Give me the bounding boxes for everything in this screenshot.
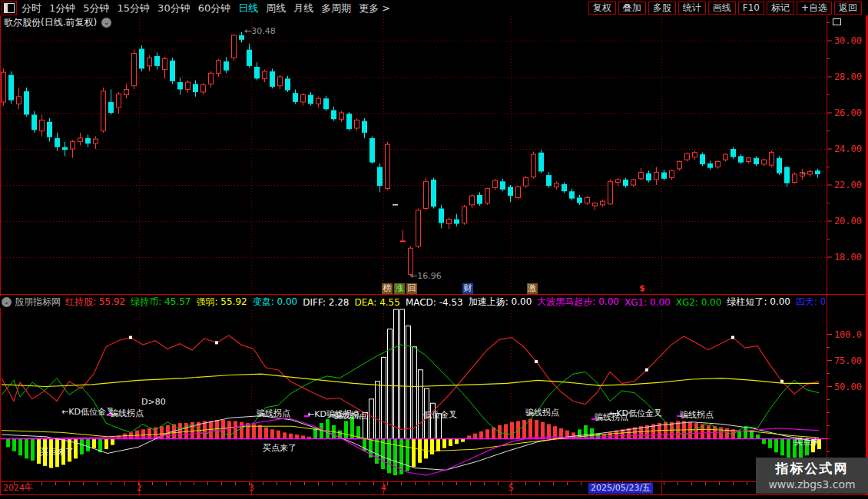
toolbar-button-多股[interactable]: 多股 — [648, 2, 676, 15]
toolbar-button-叠加[interactable]: 叠加 — [618, 2, 646, 15]
signal-label: 买点来了 — [263, 444, 297, 452]
indicator-field: 强弱: 55.92 — [196, 296, 247, 308]
signal-label: 骗线拐点 — [525, 408, 559, 417]
date-label: 2024年 — [3, 484, 33, 493]
signal-label: 骗线拐点 — [110, 409, 144, 418]
ch art-title-bar: 歌尔股份(日线.前复权) ⌄ — [4, 16, 111, 29]
signal-label: D>80 — [141, 398, 166, 406]
toolbar-button-统计[interactable]: 统计 — [678, 2, 706, 15]
watermark-badge-涨: 涨 — [394, 283, 405, 294]
toolbar-button-复权[interactable]: 复权 — [588, 2, 616, 15]
svg-text:30.00: 30.00 — [834, 35, 862, 46]
period-tab-1分钟[interactable]: 1分钟 — [49, 1, 75, 15]
svg-text:28.00: 28.00 — [834, 71, 862, 82]
indicator-field: 红持股: 55.92 — [65, 296, 125, 308]
svg-text:100.0: 100.0 — [834, 329, 862, 340]
indicator-field: 绿持币: 45.57 — [131, 296, 190, 308]
period-menu: 分时1分钟5分钟15分钟30分钟60分钟日线周线月线多周期更多 > — [22, 1, 398, 15]
panel-toggle-icon[interactable] — [833, 18, 841, 25]
toolbar-button-返回[interactable]: 返回 — [834, 2, 862, 15]
candles-layer — [2, 32, 821, 276]
date-axis: 2024年23452025/05/23/五 — [0, 482, 868, 494]
signal-label: 低位金叉 — [423, 411, 457, 419]
watermark-badge-回: 回 — [406, 283, 417, 294]
indicator-row[interactable]: ⌄股朋指标网红持股: 55.92绿持币: 45.57强弱: 55.92变盘: 0… — [0, 296, 825, 308]
period-tab-多周期[interactable]: 多周期 — [321, 1, 351, 15]
svg-text:26.00: 26.00 — [834, 107, 862, 118]
indicator-field: 加速上扬: 0.00 — [469, 296, 532, 308]
stock-title: 歌尔股份(日线.前复权) — [4, 16, 97, 29]
watermark-badge-财: 财 — [462, 283, 473, 294]
indicator-field: XG2: 0.00 — [676, 297, 722, 308]
action-buttons: 复权叠加多股统计画线F10标记+自选返回 — [586, 2, 862, 15]
svg-text:18.00: 18.00 — [834, 252, 862, 263]
app-window: 30.0028.0026.0024.0022.0020.0018.00100.0… — [0, 0, 868, 499]
indicator-field: DEA: 4.55 — [354, 297, 399, 308]
indicator-field: 四天: 0.00 — [796, 296, 825, 308]
svg-text:20.00: 20.00 — [834, 216, 862, 226]
watermark-url: www.zbgs3.com — [756, 478, 868, 491]
indicator-field: DIFF: 2.28 — [303, 297, 349, 308]
signal-label: ←KD低位金叉 — [609, 409, 662, 418]
signal-label: 骗线拐点 — [257, 409, 290, 418]
toolbar-button-+自选[interactable]: +自选 — [797, 2, 832, 15]
svg-text:50.00: 50.00 — [834, 382, 862, 392]
indicator-field: MACD: -4.53 — [406, 297, 463, 308]
high-price-marker: ←30.48 — [244, 26, 276, 36]
indicator-field: 变盘: 0.00 — [253, 296, 298, 308]
signal-label: 骗线拐点 — [680, 411, 714, 419]
watermark-title: 指标公式网 — [756, 460, 868, 478]
period-tab-日线[interactable]: 日线 — [238, 1, 258, 15]
svg-text:22.00: 22.00 — [834, 180, 862, 190]
watermark-badge-$: $ — [637, 283, 648, 294]
signal-label: 骗线拐点 — [333, 411, 367, 420]
date-label: 2 — [137, 484, 142, 493]
period-tab-5分钟[interactable]: 5分钟 — [83, 1, 109, 15]
period-tab-周线[interactable]: 周线 — [266, 1, 286, 15]
window-split-icon[interactable] — [4, 3, 15, 13]
last-price-marker: ← — [801, 170, 807, 177]
date-label: 5 — [509, 484, 514, 493]
svg-text:75.00: 75.00 — [834, 355, 862, 366]
chevron-down-icon[interactable]: ⌄ — [101, 18, 111, 28]
period-tab-30分钟[interactable]: 30分钟 — [157, 1, 190, 15]
date-highlight[interactable]: 2025/05/23/五 — [588, 483, 653, 494]
toolbar-button-画线[interactable]: 画线 — [708, 2, 736, 15]
period-tab-更多 >[interactable]: 更多 > — [359, 1, 390, 15]
period-tab-15分钟[interactable]: 15分钟 — [118, 1, 151, 15]
bottom-strip — [0, 495, 868, 499]
indicator-source: ⌄股朋指标网 — [2, 296, 61, 308]
indicator-field: 大波黑马起步: 0.00 — [537, 296, 619, 308]
toolbar-button-F10[interactable]: F10 — [738, 2, 764, 15]
watermark-badge-激: 激 — [527, 283, 538, 294]
signal-label: ←KD低位金叉 — [61, 408, 114, 416]
toolbar-button-标记[interactable]: 标记 — [767, 2, 794, 15]
signal-label: 买点来 — [794, 438, 820, 446]
indicator-field: 绿柱短了: 0.00 — [727, 296, 790, 308]
lower-histogram — [6, 309, 821, 475]
period-tab-月线[interactable]: 月线 — [293, 1, 313, 15]
indicator-source-label: 股朋指标网 — [15, 296, 61, 308]
date-label: 3 — [249, 484, 254, 493]
date-label: 4 — [381, 484, 386, 493]
top-toolbar: 分时1分钟5分钟15分钟30分钟60分钟日线周线月线多周期更多 > 复权叠加多股… — [0, 0, 868, 15]
chart-canvas[interactable]: 30.0028.0026.0024.0022.0020.0018.00100.0… — [0, 0, 868, 499]
low-price-marker: ←16.96 — [410, 271, 442, 281]
indicator-field: XG1: 0.00 — [624, 297, 671, 308]
watermark-box: 指标公式网 www.zbgs3.com — [756, 458, 868, 494]
period-tab-分时[interactable]: 分时 — [22, 1, 41, 15]
svg-text:24.00: 24.00 — [834, 144, 862, 154]
watermark-badge-榜: 榜 — [382, 283, 393, 294]
chevron-down-icon[interactable]: ⌄ — [2, 297, 12, 307]
period-tab-60分钟[interactable]: 60分钟 — [198, 1, 231, 15]
signal-label: 买点来了 — [40, 448, 74, 456]
